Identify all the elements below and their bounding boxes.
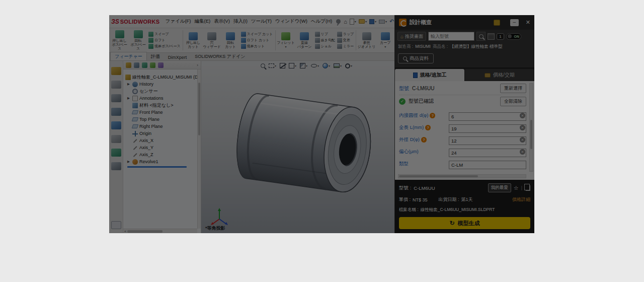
zoom-fit-icon[interactable] — [261, 62, 265, 69]
tree-item-axis-z[interactable]: Axis_Z — [123, 151, 197, 158]
edit-appearance-icon[interactable]: ▾ — [323, 62, 330, 69]
dimxpertmanager-tab-icon[interactable] — [150, 62, 155, 68]
panel-horizontal-scrollbar[interactable] — [398, 174, 526, 178]
menu-tools[interactable]: ツール(T) — [250, 17, 273, 26]
minimize-button[interactable]: ─ — [510, 19, 519, 26]
tree-item-material[interactable]: 材料 <指定なし> — [123, 102, 197, 109]
cart-icon[interactable] — [494, 20, 500, 26]
help-icon[interactable]: ? — [425, 125, 431, 130]
fillet-button[interactable]: フィレット▾ — [277, 29, 295, 52]
view-orientation-icon[interactable]: ▾ — [289, 62, 296, 69]
shell-button[interactable]: シェル — [315, 44, 335, 49]
clear-field-icon[interactable]: ✕ — [520, 113, 525, 118]
tree-item-right-plane[interactable]: Right Plane — [123, 123, 197, 130]
tab-dimxpert[interactable]: DimXpert — [164, 54, 191, 60]
tree-vertical-scrollbar-thumb[interactable] — [198, 83, 200, 135]
graphics-viewport[interactable]: ▾ ▾ ▾ ▾ ▾ ▾ ▾ — [201, 61, 395, 233]
tree-root-item[interactable]: 線性軸套_C-LM6UU_MISUMI (Default<< — [123, 74, 197, 81]
menu-help[interactable]: ヘルプ(H) — [309, 17, 334, 26]
menu-file[interactable]: ファイル(F) — [164, 17, 193, 26]
apply-scene-icon[interactable]: ▾ — [334, 62, 342, 69]
tree-item-annotations[interactable]: ▶ Annotations — [123, 95, 197, 102]
outer-diameter-input[interactable] — [449, 136, 526, 145]
sweep-cut-button[interactable]: スイープ カット — [241, 32, 273, 37]
menu-insert[interactable]: 挿入(I) — [232, 17, 249, 26]
revolve-boss-button[interactable]: 回転ボス/ベース — [129, 29, 147, 52]
propertymanager-tab-icon[interactable] — [134, 62, 139, 68]
tree-item-history[interactable]: ▶ History — [123, 81, 197, 88]
featuremanager-tab-icon[interactable] — [126, 62, 131, 68]
expand-arrow-icon[interactable]: ▶ — [127, 96, 131, 100]
tab-features[interactable]: フィーチャー — [110, 52, 147, 60]
view-settings-icon[interactable]: ▾ — [345, 62, 352, 69]
linear-pattern-button[interactable]: 直線パターン — [295, 29, 314, 52]
menu-view[interactable]: 表示(V) — [212, 17, 231, 26]
boundary-boss-button[interactable]: 境界ボス/ベース — [148, 44, 181, 49]
tree-item-front-plane[interactable]: Front Plane — [123, 109, 197, 116]
left-toolbar-icon-5[interactable] — [111, 121, 121, 129]
left-toolbar-grid-icon[interactable] — [111, 221, 121, 229]
product-info-button[interactable]: 商品資料 — [398, 53, 434, 63]
left-toolbar-icon-3[interactable] — [111, 94, 121, 102]
panel-horizontal-scrollbar-thumb[interactable] — [399, 175, 478, 177]
save-icon[interactable]: ▾ — [369, 18, 377, 26]
length-input[interactable] — [449, 124, 526, 133]
revolve-cut-button[interactable]: 回転カット — [221, 29, 240, 52]
loft-cut-button[interactable]: ロフト カット — [241, 38, 273, 43]
extrude-boss-button[interactable]: 押し出しボス/ベース — [110, 29, 129, 52]
tab-spec-machining[interactable]: 規格/追加工 — [395, 69, 464, 81]
tab-price-delivery[interactable]: 價格/交期 — [465, 69, 534, 81]
panel-on-toggle[interactable]: ON — [506, 33, 521, 40]
undo-icon[interactable]: ↶▾ — [389, 18, 395, 26]
zoom-area-icon[interactable]: ▾ — [269, 62, 276, 69]
tree-horizontal-scrollbar-thumb[interactable] — [127, 230, 163, 233]
loft-button[interactable]: ロフト — [148, 38, 181, 43]
configurationmanager-tab-icon[interactable] — [142, 62, 147, 68]
bushing-3d-model[interactable] — [225, 81, 391, 207]
clear-all-button[interactable]: 全部清除 — [500, 97, 526, 106]
tree-item-top-plane[interactable]: Top Plane — [123, 116, 197, 123]
favorite-star-icon[interactable]: ☆ — [514, 185, 519, 191]
close-button[interactable]: ✕ — [526, 19, 530, 26]
eccentricity-input[interactable] — [449, 149, 526, 157]
hole-wizard-button[interactable]: 穴ウィザード — [203, 29, 221, 52]
panel-vertical-scrollbar[interactable] — [529, 83, 533, 172]
left-toolbar-icon-6[interactable] — [111, 135, 121, 143]
scroll-left-icon[interactable]: « — [124, 230, 126, 233]
tree-item-revolve1[interactable]: ▶ Revolve1 — [123, 158, 197, 165]
sweep-button[interactable]: スイープ — [148, 32, 181, 37]
displaymanager-tab-icon[interactable] — [158, 62, 164, 68]
tree-vertical-scrollbar[interactable] — [197, 69, 201, 229]
display-style-icon[interactable]: ▾ — [300, 62, 307, 69]
catalog-icon[interactable] — [488, 33, 495, 40]
curves-button[interactable]: カーブ▾ — [376, 29, 394, 52]
expand-arrow-icon[interactable]: ▶ — [127, 160, 131, 164]
panel-vertical-scrollbar-thumb[interactable] — [530, 120, 532, 149]
type-input[interactable] — [449, 161, 526, 169]
pin-icon[interactable] — [336, 19, 341, 24]
rib-button[interactable]: リブ — [315, 32, 335, 37]
reference-geometry-button[interactable]: 参照ジオメトリ — [357, 29, 376, 52]
menu-window[interactable]: ウィンドウ(W) — [274, 17, 309, 26]
tree-item-axis-x[interactable]: Axis_X — [123, 137, 197, 144]
section-view-icon[interactable] — [280, 62, 285, 69]
left-toolbar-icon-4[interactable] — [111, 108, 121, 116]
copy-icon[interactable] — [526, 185, 530, 191]
left-toolbar-icon-1[interactable] — [111, 67, 121, 75]
left-toolbar-icon-8[interactable] — [111, 162, 121, 170]
clear-field-icon[interactable]: ✕ — [520, 125, 525, 130]
tab-evaluate[interactable]: 評価 — [147, 52, 164, 60]
print-icon[interactable]: ▾ — [378, 18, 387, 26]
price-detail-link[interactable]: 價格詳細 — [512, 196, 530, 203]
tree-item-axis-y[interactable]: Axis_Y — [123, 144, 197, 151]
open-icon[interactable]: ▾ — [358, 18, 367, 26]
wrap-button[interactable]: ラップ — [337, 32, 354, 37]
expand-arrow-icon[interactable]: ▶ — [127, 82, 131, 86]
inner-diameter-input[interactable] — [449, 112, 526, 121]
notification-badge[interactable]: 1 — [497, 33, 504, 40]
search-button[interactable] — [476, 32, 486, 41]
clear-field-icon[interactable]: ✕ — [520, 149, 525, 155]
favorite-button[interactable]: 我的最愛 — [488, 183, 511, 192]
menu-edit[interactable]: 編集(E) — [193, 17, 212, 26]
tree-item-origin[interactable]: Origin — [123, 130, 197, 137]
